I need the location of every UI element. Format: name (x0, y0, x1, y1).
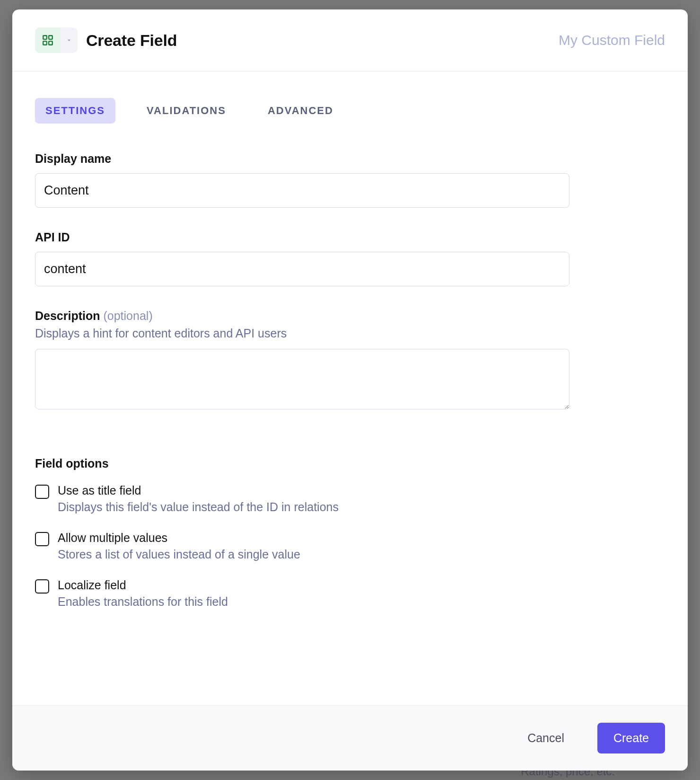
header-left: Create Field (35, 27, 177, 53)
description-optional: (optional) (103, 309, 152, 322)
allow-multiple-label: Allow multiple values (58, 531, 665, 545)
option-text: Allow multiple values Stores a list of v… (58, 531, 665, 561)
svg-rect-0 (43, 35, 47, 39)
tabs: SETTINGS VALIDATIONS ADVANCED (35, 98, 665, 124)
modal-body: SETTINGS VALIDATIONS ADVANCED Display na… (12, 71, 688, 705)
cancel-button[interactable]: Cancel (511, 723, 580, 753)
localize-checkbox[interactable] (35, 579, 49, 594)
option-localize: Localize field Enables translations for … (35, 578, 665, 609)
use-as-title-desc: Displays this field's value instead of t… (58, 500, 665, 514)
create-field-modal: Create Field My Custom Field SETTINGS VA… (12, 9, 688, 771)
api-id-group: API ID (35, 230, 665, 286)
field-type-name: My Custom Field (559, 32, 665, 48)
svg-rect-3 (49, 41, 52, 45)
chevron-down-icon (61, 27, 78, 53)
svg-rect-2 (43, 41, 47, 45)
api-id-label: API ID (35, 230, 665, 244)
allow-multiple-desc: Stores a list of values instead of a sin… (58, 548, 665, 561)
description-group: Description (optional) Displays a hint f… (35, 309, 665, 411)
option-allow-multiple: Allow multiple values Stores a list of v… (35, 531, 665, 561)
api-id-input[interactable] (35, 252, 569, 286)
display-name-input[interactable] (35, 173, 569, 208)
description-input[interactable] (35, 349, 569, 409)
allow-multiple-checkbox[interactable] (35, 532, 49, 546)
create-button[interactable]: Create (597, 723, 665, 753)
field-type-selector[interactable] (35, 27, 78, 53)
use-as-title-checkbox[interactable] (35, 485, 49, 499)
display-name-label: Display name (35, 152, 665, 166)
grid-icon (35, 27, 61, 53)
modal-header: Create Field My Custom Field (12, 9, 688, 71)
tab-advanced[interactable]: ADVANCED (257, 98, 344, 124)
display-name-group: Display name (35, 152, 665, 208)
option-use-as-title: Use as title field Displays this field's… (35, 484, 665, 514)
field-options-title: Field options (35, 457, 665, 470)
modal-title: Create Field (86, 31, 177, 50)
option-text: Localize field Enables translations for … (58, 578, 665, 609)
description-label-text: Description (35, 309, 100, 322)
tab-settings[interactable]: SETTINGS (35, 98, 115, 124)
svg-rect-1 (49, 35, 52, 39)
use-as-title-label: Use as title field (58, 484, 665, 497)
description-hint: Displays a hint for content editors and … (35, 327, 665, 340)
description-label: Description (optional) (35, 309, 665, 323)
modal-footer: Cancel Create (12, 705, 688, 771)
localize-label: Localize field (58, 578, 665, 592)
tab-validations[interactable]: VALIDATIONS (136, 98, 236, 124)
localize-desc: Enables translations for this field (58, 595, 665, 609)
option-text: Use as title field Displays this field's… (58, 484, 665, 514)
